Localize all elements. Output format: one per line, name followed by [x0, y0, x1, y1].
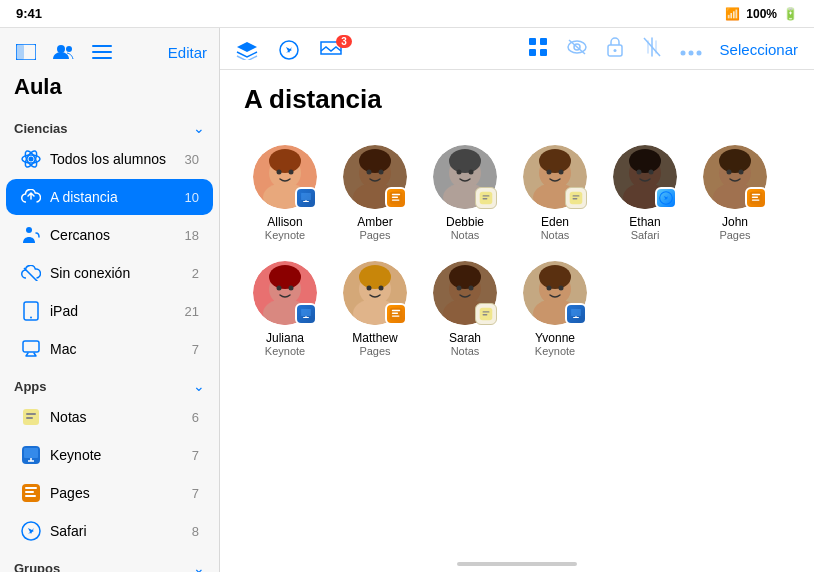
sidebar-item-ipad[interactable]: iPad 21 [6, 293, 213, 329]
edit-button[interactable]: Editar [168, 44, 207, 61]
more-button[interactable] [680, 38, 702, 61]
notas-icon [20, 406, 42, 428]
student-name-allison: Allison [267, 215, 302, 229]
mac-label: Mac [50, 341, 184, 357]
student-card-eden[interactable]: EdenNotas [510, 135, 600, 251]
sidebar-item-todos[interactable]: Todos los alumnos 30 [6, 141, 213, 177]
svg-rect-18 [26, 417, 33, 419]
svg-point-125 [449, 265, 481, 289]
svg-rect-71 [483, 198, 488, 199]
inbox-tab[interactable]: 3 [320, 41, 342, 59]
student-app-label-matthew: Pages [359, 345, 390, 357]
sidebar-menu-button[interactable] [88, 38, 116, 66]
mac-count: 7 [192, 342, 199, 357]
mac-icon [20, 338, 42, 360]
svg-rect-130 [483, 314, 488, 315]
status-time: 9:41 [16, 6, 42, 21]
inbox-badge: 3 [336, 35, 352, 48]
section-ciencias-chevron[interactable]: ⌄ [193, 120, 205, 136]
atom-icon [20, 148, 42, 170]
sidebar-item-notas[interactable]: Notas 6 [6, 399, 213, 435]
student-app-label-john: Pages [719, 229, 750, 241]
svg-point-78 [559, 170, 564, 175]
svg-rect-120 [392, 315, 400, 316]
svg-point-7 [29, 157, 34, 162]
student-app-badge-john [745, 187, 767, 209]
student-card-ethan[interactable]: EthanSafari [600, 135, 690, 251]
svg-rect-98 [752, 194, 760, 195]
main-content: 3 [220, 28, 814, 572]
layers-tab[interactable] [236, 40, 258, 60]
student-name-eden: Eden [541, 215, 569, 229]
eye-off-button[interactable] [566, 38, 588, 61]
sidebar-toggle-button[interactable] [12, 38, 40, 66]
home-indicator [220, 554, 814, 572]
student-name-john: John [722, 215, 748, 229]
student-card-john[interactable]: JohnPages [690, 135, 780, 251]
section-apps-chevron[interactable]: ⌄ [193, 378, 205, 394]
student-name-amber: Amber [357, 215, 392, 229]
safari-count: 8 [192, 524, 199, 539]
cloud-up-icon [20, 186, 42, 208]
svg-point-56 [367, 170, 372, 175]
cercanos-count: 18 [185, 228, 199, 243]
sidebar-item-mac[interactable]: Mac 7 [6, 331, 213, 367]
student-app-badge-juliana [295, 303, 317, 325]
sidebar-header-icons [12, 38, 116, 66]
svg-point-86 [629, 149, 661, 173]
svg-rect-119 [392, 313, 398, 314]
sidebar-item-adistancia[interactable]: A distancia 10 [6, 179, 213, 215]
svg-rect-17 [26, 413, 36, 415]
svg-point-11 [26, 227, 32, 233]
lock-button[interactable] [606, 36, 624, 63]
sidebar-item-safari[interactable]: Safari 8 [6, 513, 213, 549]
keynote-count: 7 [192, 448, 199, 463]
student-card-sarah[interactable]: SarahNotas [420, 251, 510, 367]
app-container: Editar Aula Ciencias ⌄ Todos los alumnos… [0, 28, 814, 572]
student-card-juliana[interactable]: JulianaKeynote [240, 251, 330, 367]
sidebar-people-button[interactable] [50, 38, 78, 66]
mute-button[interactable] [642, 36, 662, 63]
svg-point-47 [277, 170, 282, 175]
sidebar-item-keynote[interactable]: Keynote 7 [6, 437, 213, 473]
sidebar-item-sinconexion[interactable]: Sin conexión 2 [6, 255, 213, 291]
svg-point-55 [359, 149, 391, 173]
svg-rect-70 [483, 195, 490, 196]
svg-rect-50 [301, 193, 311, 200]
svg-rect-31 [529, 49, 536, 56]
student-app-label-allison: Keynote [265, 229, 305, 241]
compass-tab[interactable] [278, 39, 300, 61]
student-name-yvonne: Yvonne [535, 331, 575, 345]
page-title: A distancia [220, 70, 814, 125]
svg-point-40 [688, 51, 693, 56]
svg-rect-109 [301, 309, 311, 316]
sidebar-section-grupos: Grupos ⌄ [0, 550, 219, 572]
student-card-amber[interactable]: AmberPages [330, 135, 420, 251]
svg-point-107 [289, 286, 294, 291]
student-name-ethan: Ethan [629, 215, 660, 229]
sidebar-item-pages[interactable]: Pages 7 [6, 475, 213, 511]
grid-view-button[interactable] [528, 37, 548, 62]
student-app-label-yvonne: Keynote [535, 345, 575, 357]
student-name-juliana: Juliana [266, 331, 304, 345]
student-card-allison[interactable]: AllisonKeynote [240, 135, 330, 251]
select-button[interactable]: Seleccionar [720, 41, 798, 58]
sinconexion-label: Sin conexión [50, 265, 184, 281]
notas-label: Notas [50, 409, 184, 425]
section-grupos-chevron[interactable]: ⌄ [193, 560, 205, 572]
student-card-matthew[interactable]: MatthewPages [330, 251, 420, 367]
student-card-debbie[interactable]: DebbieNotas [420, 135, 510, 251]
svg-rect-139 [571, 309, 581, 316]
svg-point-67 [457, 170, 462, 175]
ipad-label: iPad [50, 303, 177, 319]
svg-rect-32 [540, 49, 547, 56]
svg-rect-24 [25, 495, 36, 497]
svg-point-135 [539, 265, 571, 289]
sidebar-item-cercanos[interactable]: Cercanos 18 [6, 217, 213, 253]
todos-label: Todos los alumnos [50, 151, 177, 167]
student-card-yvonne[interactable]: YvonneKeynote [510, 251, 600, 367]
svg-point-114 [359, 265, 391, 289]
svg-point-77 [547, 170, 552, 175]
svg-point-41 [696, 51, 701, 56]
svg-point-2 [57, 45, 65, 53]
